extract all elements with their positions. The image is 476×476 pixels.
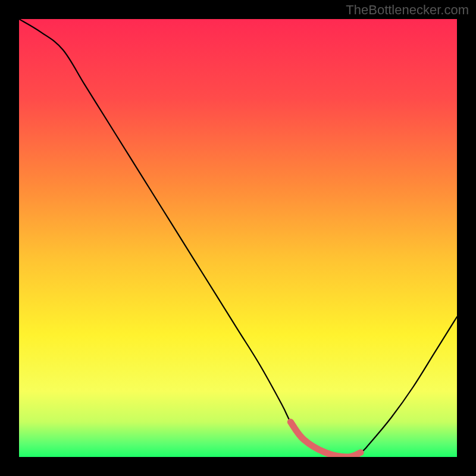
highlight-segment: [290, 422, 361, 457]
chart-svg: [19, 19, 457, 457]
bottleneck-curve-line: [19, 19, 457, 457]
watermark-text: TheBottlenecker.com: [346, 2, 469, 18]
plot-area: [19, 19, 457, 457]
